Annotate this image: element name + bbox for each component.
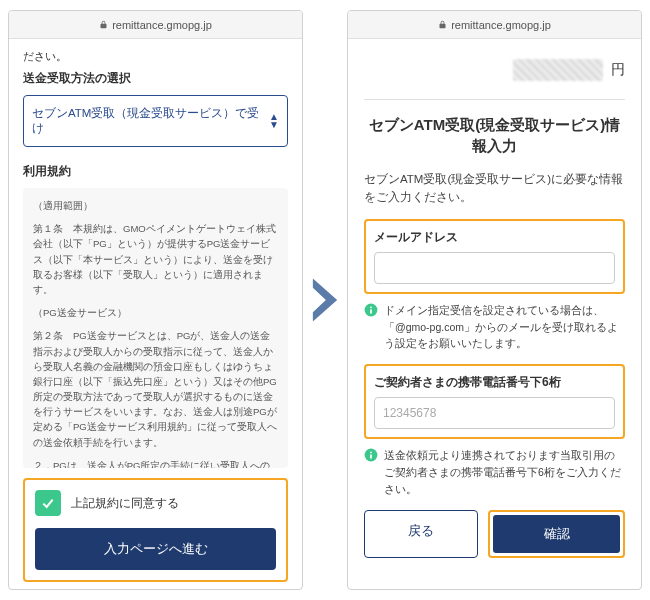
confirm-highlight: 確認 [488,510,625,558]
terms-p2-title: （PG送金サービス） [33,305,278,320]
terms-p3: ２．PGは、送金人がPG所定の手続に従い受取人への送金依頼手続を完了した場合、受… [33,458,278,468]
terms-p1: 第１条 本規約は、GMOペイメントゲートウェイ株式会社（以下「PG」という）が提… [33,221,278,297]
lock-icon [99,20,108,29]
page-description: セブンATM受取(現金受取サービス)に必要な情報をご入力ください。 [364,170,625,207]
page-title: セブンATM受取(現金受取サービス)情報入力 [364,114,625,156]
terms-p1-title: （適用範囲） [33,198,278,213]
proceed-button[interactable]: 入力ページへ進む [35,528,276,570]
url-text: remittance.gmopg.jp [451,19,551,31]
divider [364,99,625,100]
email-note: ドメイン指定受信を設定されている場合は、「@gmo-pg.com」からのメールを… [384,302,625,352]
email-field-highlight: メールアドレス [364,219,625,294]
phone-label: ご契約者さまの携帯電話番号下6桁 [374,374,615,391]
agree-highlight: 上記規約に同意する 入力ページへ進む [23,478,288,582]
email-input[interactable] [374,252,615,284]
method-selected-label: セブンATM受取（現金受取サービス）で受け [32,106,269,136]
email-label: メールアドレス [374,229,615,246]
terms-heading: 利用規約 [23,163,288,180]
amount-row: 円 [364,53,625,87]
currency-label: 円 [611,61,625,79]
lock-icon [438,20,447,29]
right-screen: remittance.gmopg.jp 円 セブンATM受取(現金受取サービス)… [347,10,642,590]
agree-label: 上記規約に同意する [71,495,179,512]
select-arrows-icon: ▲▼ [269,113,279,129]
check-icon [40,495,56,511]
terms-p2: 第２条 PG送金サービスとは、PGが、送金人の送金指示および受取人からの受取指示… [33,328,278,450]
info-icon [364,448,378,462]
arrow-right-icon [311,276,339,324]
terms-scroll[interactable]: （適用範囲） 第１条 本規約は、GMOペイメントゲートウェイ株式会社（以下「PG… [23,188,288,468]
agree-checkbox[interactable] [35,490,61,516]
phone-field-highlight: ご契約者さまの携帯電話番号下6桁 12345678 [364,364,625,439]
info-icon [364,303,378,317]
url-text: remittance.gmopg.jp [112,19,212,31]
phone-note: 送金依頼元より連携されております当取引用のご契約者さまの携帯電話番号下6桁をご入… [384,447,625,497]
confirm-button[interactable]: 確認 [493,515,620,553]
url-bar: remittance.gmopg.jp [9,11,302,39]
intro-text: ださい。 [23,49,288,64]
svg-marker-0 [313,279,337,322]
left-screen: remittance.gmopg.jp ださい。 送金受取方法の選択 セブンAT… [8,10,303,590]
method-heading: 送金受取方法の選択 [23,70,288,87]
method-select[interactable]: セブンATM受取（現金受取サービス）で受け ▲▼ [23,95,288,147]
phone-input[interactable]: 12345678 [374,397,615,429]
back-button[interactable]: 戻る [364,510,478,558]
amount-redacted [513,59,603,81]
url-bar: remittance.gmopg.jp [348,11,641,39]
